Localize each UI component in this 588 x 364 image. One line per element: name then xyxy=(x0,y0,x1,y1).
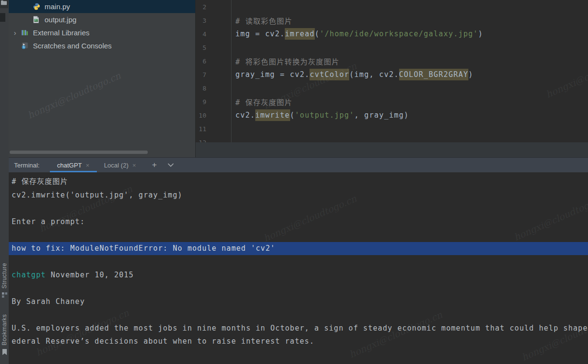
code-plain: ) xyxy=(478,30,483,38)
terminal-line: U.S. employers added the most jobs in ni… xyxy=(9,322,588,335)
bookmark-icon xyxy=(2,349,7,355)
terminal-line: By Sarah Chaney xyxy=(9,295,588,309)
code-line[interactable]: 10 cv2.imwrite('output.jpg', gray_img) xyxy=(196,108,588,122)
structure-label: Structure xyxy=(1,263,8,288)
line-number: 7 xyxy=(196,71,231,78)
chevron-down-icon xyxy=(168,163,174,167)
folder-icon xyxy=(1,0,7,5)
tool-stripe-slot xyxy=(0,13,5,22)
code-line[interactable]: 7 gray_img = cv2.cvtColor(img, cv2.COLOR… xyxy=(196,68,588,81)
active-tab-underline xyxy=(50,171,97,172)
chevron-right-icon[interactable]: › xyxy=(12,29,18,36)
libraries-icon xyxy=(21,29,29,36)
code-comment: # 将彩色图片转换为灰度图片 xyxy=(235,58,340,66)
line-number: 3 xyxy=(196,17,231,24)
tree-item-output-jpg[interactable]: output.jpg xyxy=(9,13,195,26)
bookmarks-label: Bookmarks xyxy=(1,314,8,346)
code-plain: gray_img = cv2. xyxy=(235,70,309,79)
tree-item-label: Scratches and Consoles xyxy=(33,42,112,50)
structure-tool-button[interactable]: Structure xyxy=(0,263,9,298)
terminal-panel-label: Terminal: xyxy=(9,162,40,169)
project-tool-button[interactable] xyxy=(0,0,8,8)
bookmarks-tool-button[interactable]: Bookmarks xyxy=(0,314,9,355)
line-number: 12 xyxy=(196,139,231,143)
terminal-tabs-dropdown-button[interactable] xyxy=(165,163,177,167)
code-highlighted-identifier: imwrite xyxy=(255,109,290,121)
terminal-tab-bar: Terminal: chatGPT × Local (2) × + xyxy=(9,157,588,172)
terminal-line: ederal Reserve’s decisions about when to… xyxy=(9,335,588,349)
terminal-chat-response-header: chatgpt November 10, 2015 xyxy=(9,269,588,282)
project-horizontal-scrollbar[interactable] xyxy=(10,151,148,154)
code-plain: (img, cv2. xyxy=(349,70,399,79)
gutter-separator xyxy=(231,0,232,142)
tab-local-2[interactable]: Local (2) × xyxy=(97,158,143,172)
python-file-icon xyxy=(33,3,40,10)
line-number: 11 xyxy=(196,125,231,133)
code-string: '/home/ide/workspace/galaxy.jpg' xyxy=(320,30,478,38)
image-file-icon xyxy=(33,16,40,23)
code-line[interactable]: 9 # 保存灰度图片 xyxy=(196,95,588,108)
line-number: 6 xyxy=(196,58,231,65)
code-line[interactable]: 11 xyxy=(196,122,588,136)
code-line[interactable]: 2 xyxy=(196,0,588,14)
code-highlighted-identifier: cvtColor xyxy=(309,69,349,80)
line-number: 2 xyxy=(196,3,231,11)
tree-item-external-libraries[interactable]: › External Libraries xyxy=(9,26,195,39)
ide-window: { "colors": { "panel-bg": "#3c3f41", "st… xyxy=(0,0,588,364)
terminal-prompt-input-line[interactable]: how to fix: ModuleNotFoundError: No modu… xyxy=(9,242,588,256)
code-text: # 将彩色图片转换为灰度图片 xyxy=(231,56,340,66)
terminal-prompt-label: Enter a prompt: xyxy=(9,215,588,229)
tab-label: Local (2) xyxy=(104,162,129,169)
terminal-output[interactable]: # 保存灰度图片 cv2.imwrite('output.jpg', gray_… xyxy=(9,172,588,364)
terminal-line xyxy=(9,308,588,322)
code-string: 'output.jpg' xyxy=(295,111,355,120)
code-text: # 保存灰度图片 xyxy=(231,97,293,107)
code-text: cv2.imwrite('output.jpg', gray_img) xyxy=(231,111,409,120)
project-tree-panel: main.py output.jpg › External Libraries xyxy=(9,0,195,157)
line-number: 4 xyxy=(196,30,231,38)
code-line[interactable]: 12 xyxy=(196,136,588,142)
code-line[interactable]: 4 img = cv2.imread('/home/ide/workspace/… xyxy=(196,27,588,41)
chatgpt-author-label: chatgpt xyxy=(12,271,46,279)
code-text: # 读取彩色图片 xyxy=(231,15,293,26)
terminal-line xyxy=(9,282,588,295)
code-text: gray_img = cv2.cvtColor(img, cv2.COLOR_B… xyxy=(231,70,473,79)
scratches-icon xyxy=(21,42,29,49)
structure-icon xyxy=(1,292,8,298)
editor-scrollbar-area[interactable] xyxy=(196,142,588,157)
code-plain: img = cv2. xyxy=(235,30,285,38)
code-highlighted-identifier: COLOR_BGR2GRAY xyxy=(399,69,468,80)
code-editor[interactable]: 2 3 # 读取彩色图片 4 img = cv2.imread('/home/i… xyxy=(195,0,588,157)
line-number: 9 xyxy=(196,98,231,106)
close-icon[interactable]: × xyxy=(132,162,136,169)
code-plain: , gray_img) xyxy=(355,111,409,120)
code-plain: ( xyxy=(315,30,320,38)
new-terminal-tab-button[interactable]: + xyxy=(149,160,160,170)
code-text: img = cv2.imread('/home/ide/workspace/ga… xyxy=(231,30,483,38)
code-comment: # 保存灰度图片 xyxy=(235,98,293,107)
terminal-line: cv2.imwrite('output.jpg', gray_img) xyxy=(9,189,588,202)
editor-viewport: 2 3 # 读取彩色图片 4 img = cv2.imread('/home/i… xyxy=(196,0,588,142)
code-line[interactable]: 3 # 读取彩色图片 xyxy=(196,14,588,27)
tree-item-main-py[interactable]: main.py xyxy=(9,0,195,13)
code-line[interactable]: 6 # 将彩色图片转换为灰度图片 xyxy=(196,54,588,68)
code-plain: cv2. xyxy=(235,111,255,120)
terminal-line xyxy=(9,255,588,269)
line-number: 10 xyxy=(196,112,231,119)
terminal-line: # 保存灰度图片 xyxy=(9,175,588,189)
code-line[interactable]: 8 xyxy=(196,81,588,95)
tree-item-label: main.py xyxy=(45,2,70,11)
left-tool-stripe: Structure Bookmarks xyxy=(0,0,9,364)
terminal-line xyxy=(9,202,588,215)
line-number: 8 xyxy=(196,85,231,92)
code-line[interactable]: 5 xyxy=(196,41,588,54)
tab-label: chatGPT xyxy=(57,162,82,169)
tree-item-scratches[interactable]: Scratches and Consoles xyxy=(9,39,195,52)
terminal-line xyxy=(9,228,588,242)
tree-item-label: output.jpg xyxy=(45,15,77,24)
code-highlighted-identifier: imread xyxy=(285,28,314,40)
line-number: 5 xyxy=(196,44,231,51)
close-icon[interactable]: × xyxy=(86,162,90,169)
tab-chatgpt[interactable]: chatGPT × xyxy=(50,158,97,172)
tree-item-label: External Libraries xyxy=(33,29,90,37)
